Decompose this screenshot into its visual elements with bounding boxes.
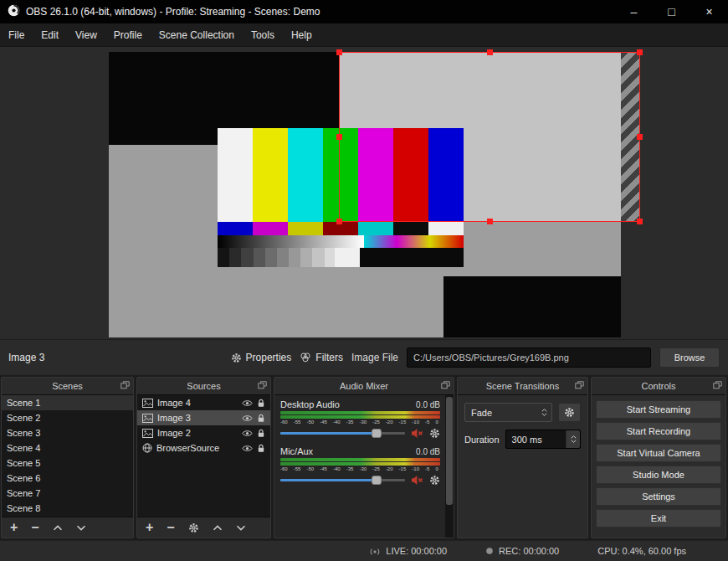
volume-slider[interactable] <box>280 428 405 439</box>
menu-tools[interactable]: Tools <box>243 23 283 46</box>
scene-label: Scene 8 <box>7 503 40 513</box>
audio-mixer-header[interactable]: Audio Mixer <box>274 378 454 394</box>
volume-slider-handle[interactable] <box>372 429 382 438</box>
obs-window: OBS 26.1.0 (64-bit, windows) - Profile: … <box>0 0 728 561</box>
cpu-status: CPU: 0.4%, 60.00 fps <box>597 546 686 556</box>
selection-handle-mid-right[interactable] <box>637 134 643 140</box>
source-down-button[interactable] <box>236 525 246 531</box>
scenes-panel: Scenes Scene 1 Scene 2 Scene 3 Scene 4 S… <box>1 377 134 538</box>
visibility-eye-icon[interactable] <box>242 414 253 422</box>
scene-row[interactable]: Scene 6 <box>2 471 133 486</box>
scene-row[interactable]: Scene 1 <box>2 395 133 410</box>
filters-button[interactable]: Filters <box>300 352 343 363</box>
remove-scene-button[interactable]: − <box>31 521 38 534</box>
remove-source-button[interactable]: − <box>167 521 174 534</box>
properties-button[interactable]: Properties <box>231 352 292 363</box>
exit-button[interactable]: Exit <box>596 509 721 528</box>
selection-box[interactable] <box>339 52 640 222</box>
transition-properties-gear-icon[interactable] <box>558 403 581 422</box>
source-label: Image 3 <box>157 413 191 423</box>
selection-handle-top-left[interactable] <box>336 49 342 55</box>
menu-edit[interactable]: Edit <box>33 23 67 46</box>
duration-spinbox[interactable]: 300 ms <box>505 430 581 449</box>
sources-header[interactable]: Sources <box>137 378 270 394</box>
controls-body: Start Streaming Start Recording Start Vi… <box>592 394 725 538</box>
popout-icon[interactable] <box>575 381 584 389</box>
audio-mixer-panel: Audio Mixer Desktop Audio 0.0 dB -60-55-… <box>274 377 454 538</box>
selection-handle-top-center[interactable] <box>487 49 493 55</box>
menu-help[interactable]: Help <box>283 23 320 46</box>
channel-name: Mic/Aux <box>280 446 313 456</box>
menu-scene-collection[interactable]: Scene Collection <box>151 23 243 46</box>
source-row[interactable]: BrowserSource <box>137 440 270 455</box>
source-up-button[interactable] <box>213 525 223 531</box>
add-scene-button[interactable]: + <box>10 521 18 534</box>
maximize-button[interactable]: □ <box>653 0 690 23</box>
start-recording-button[interactable]: Start Recording <box>596 422 721 440</box>
image-icon <box>142 399 153 408</box>
controls-title: Controls <box>642 381 676 391</box>
menu-file[interactable]: File <box>0 23 33 46</box>
start-virtual-camera-button[interactable]: Start Virtual Camera <box>596 444 721 462</box>
spin-arrows-icon[interactable] <box>566 430 580 448</box>
meter-scale: -60-55-50-45-40-35-30-25-20-15-10-50 <box>280 419 438 425</box>
mute-speaker-icon[interactable] <box>411 475 423 486</box>
image-file-input[interactable] <box>407 347 651 368</box>
scene-row[interactable]: Scene 8 <box>2 501 133 516</box>
source-properties-gear-icon[interactable] <box>188 522 199 533</box>
scene-row[interactable]: Scene 3 <box>2 425 133 440</box>
lock-icon[interactable] <box>257 399 265 408</box>
mixer-scrollbar-thumb[interactable] <box>446 397 453 505</box>
visibility-eye-icon[interactable] <box>242 430 253 437</box>
menu-view[interactable]: View <box>67 23 105 46</box>
selection-handle-bottom-right[interactable] <box>637 219 643 224</box>
source-row[interactable]: Image 4 <box>137 395 270 410</box>
duration-label: Duration <box>464 435 500 445</box>
lock-icon[interactable] <box>257 429 265 438</box>
controls-panel: Controls Start Streaming Start Recording… <box>591 377 726 538</box>
obs-logo-icon[interactable] <box>8 4 20 20</box>
selection-handle-bottom-center[interactable] <box>487 219 493 224</box>
close-button[interactable]: × <box>690 0 728 23</box>
transition-select[interactable]: Fade <box>464 403 552 422</box>
selection-handle-top-right[interactable] <box>637 49 643 55</box>
scenes-header[interactable]: Scenes <box>2 378 133 394</box>
lock-icon[interactable] <box>257 414 265 423</box>
selection-handle-mid-left[interactable] <box>336 134 342 140</box>
channel-settings-gear-icon[interactable] <box>429 475 440 486</box>
scene-row[interactable]: Scene 2 <box>2 410 133 425</box>
popout-icon[interactable] <box>258 381 267 389</box>
mixer-scrollbar[interactable] <box>445 395 454 538</box>
source-row[interactable]: Image 3 <box>137 410 270 425</box>
scene-down-button[interactable] <box>76 525 86 531</box>
popout-icon[interactable] <box>441 381 450 389</box>
settings-button[interactable]: Settings <box>596 487 721 506</box>
lock-icon[interactable] <box>257 444 265 453</box>
volume-slider[interactable] <box>280 475 405 486</box>
mute-speaker-icon[interactable] <box>411 428 423 439</box>
controls-header[interactable]: Controls <box>592 378 725 394</box>
minimize-button[interactable]: – <box>615 0 653 23</box>
scene-transitions-header[interactable]: Scene Transitions <box>458 378 587 394</box>
volume-slider-handle[interactable] <box>372 476 382 485</box>
add-source-button[interactable]: + <box>146 521 153 534</box>
scene-row[interactable]: Scene 5 <box>2 455 133 471</box>
channel-settings-gear-icon[interactable] <box>429 428 440 439</box>
popout-icon[interactable] <box>713 381 722 389</box>
visibility-eye-icon[interactable] <box>242 445 253 452</box>
combo-arrows-icon[interactable] <box>540 409 549 416</box>
selection-handle-bottom-left[interactable] <box>336 219 342 224</box>
visibility-eye-icon[interactable] <box>242 399 253 407</box>
menu-profile[interactable]: Profile <box>105 23 151 46</box>
popout-icon[interactable] <box>120 381 130 389</box>
start-streaming-button[interactable]: Start Streaming <box>596 400 721 419</box>
studio-mode-button[interactable]: Studio Mode <box>596 466 721 484</box>
scene-up-button[interactable] <box>53 525 63 531</box>
record-dot-icon <box>485 547 494 555</box>
preview-black-bottomright <box>443 276 621 337</box>
scene-row[interactable]: Scene 7 <box>2 486 133 501</box>
source-label: Image 2 <box>157 428 191 438</box>
scene-row[interactable]: Scene 4 <box>2 440 133 455</box>
source-row[interactable]: Image 2 <box>137 425 270 440</box>
browse-button[interactable]: Browse <box>659 347 720 368</box>
